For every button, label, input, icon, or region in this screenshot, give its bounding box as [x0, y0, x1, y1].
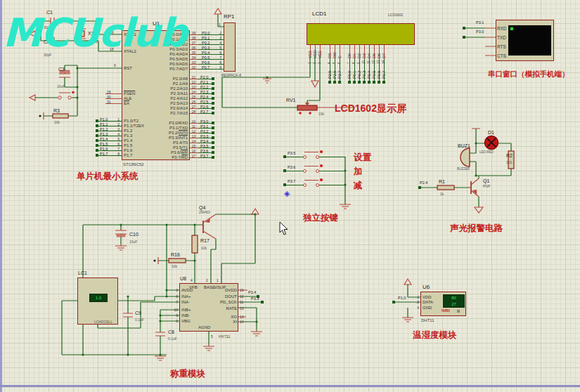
lcd-pin-column: D4 11 P0.4: [367, 45, 372, 86]
lcd-pin-number: 7: [348, 62, 352, 64]
resistor-r17[interactable]: [192, 235, 198, 253]
terminal-pins: RXD TXD RTS CTS: [497, 24, 507, 60]
net-label: P0.0: [202, 31, 210, 35]
resistor-r3[interactable]: [53, 114, 68, 118]
lcd-pin-column: VEE 3: [318, 45, 323, 86]
lcd-pin-number: 11: [368, 60, 371, 64]
proteus-schematic-canvas[interactable]: 1.0 80 27 %RH: [0, 0, 580, 392]
reset-button-terminal[interactable]: [58, 96, 61, 99]
net-label: P0.1: [353, 71, 357, 79]
dht11-pin-name: DATA: [423, 300, 439, 306]
net-label: P3.0: [200, 119, 208, 124]
loadcell-display: 1.0: [89, 294, 108, 302]
push-button-row[interactable]: P3.6 加: [283, 165, 396, 179]
hx711-pin-number: 2: [206, 279, 208, 282]
lcd-ctrl-pins: VSS 1 VDD 2 VEE 3: [308, 45, 323, 86]
button-terminal: [303, 155, 307, 159]
pot-rv1[interactable]: [297, 105, 317, 110]
net-label: P3.6: [200, 149, 208, 153]
lcd-pin-name: D1: [353, 53, 357, 58]
hx711-pin-number: 1: [217, 279, 219, 282]
net-terminal: [212, 136, 214, 139]
mcu-pin-name: P0.5/AD5: [127, 57, 188, 61]
mcu-pin-name: P3.6/WR: [127, 150, 188, 155]
net-terminal: [212, 77, 214, 80]
mcu-pin-name: P2.6/A14: [127, 106, 188, 110]
loadcell-body[interactable]: 1.0: [77, 277, 118, 325]
reset-button-terminal[interactable]: [68, 96, 71, 99]
dht11-pin-numbers: 124: [413, 294, 419, 311]
hx711-pin-name: AVDD: [181, 287, 202, 294]
net-label: P3.1: [200, 124, 208, 129]
net-label: P2.2: [200, 85, 208, 89]
resistor-ref: R16: [171, 252, 180, 257]
terminal-pin-name: RXD: [497, 24, 507, 33]
respack-pin-numbers: 2 3 4 5 6 7 8: [215, 32, 221, 72]
net-label: P1.5: [100, 142, 108, 146]
resistor-r1[interactable]: [437, 185, 454, 190]
hx711-pin-name: DVDD: [210, 287, 237, 294]
terminal-pin-name: RTS: [497, 42, 507, 51]
power-arrow-icon: [252, 209, 259, 214]
hx711-pin-name: DOUT: [210, 294, 237, 300]
net-terminal: [212, 112, 214, 115]
net-terminal: [382, 81, 385, 84]
push-button-row[interactable]: P3.7 减: [283, 179, 396, 193]
lcd-pin-name: D7: [382, 53, 387, 58]
dht11-temperature-value: 27: [444, 301, 464, 307]
cap-value: 10uF: [129, 240, 137, 244]
hx711-pin-number: 5: [211, 335, 213, 339]
mcu-pin-row: P3.5/T1 15 P3.5: [127, 145, 243, 150]
mcu-p2-pins: P2.0/A8 21 P2.0 P2.1/A9 22 P2.1 P2.2/A10…: [127, 77, 243, 116]
push-button-row[interactable]: P3.5 设置: [283, 151, 396, 165]
net-terminal: [212, 82, 214, 85]
mcu-pin-name: P3.1/TXD: [127, 126, 188, 130]
lcd-pin-number: 9: [358, 62, 361, 64]
lcd-pin-column: VSS 1: [308, 45, 313, 86]
pnp-emitter-arrow: [472, 190, 477, 195]
lcd-section-title: LCD1602显示屏: [335, 103, 406, 113]
net-terminal: [212, 131, 214, 134]
dht11-unit-label: %RH: [442, 309, 450, 313]
cap-value: 0.1uF: [135, 318, 144, 322]
net-label: P3.2: [200, 129, 208, 133]
button-actuator: [304, 180, 318, 181]
net-terminal: [212, 107, 214, 110]
hx711-pin-number: 12: [240, 294, 247, 300]
led-d1[interactable]: [485, 136, 498, 150]
lcd-pin-column: D3 10 P0.3: [362, 45, 367, 86]
net-label: P2.5: [200, 100, 208, 104]
lcd-pin-column: D5 12 P0.5: [372, 45, 377, 86]
watermark-logo: MCUclub: [3, 10, 186, 55]
cap-ref: C8: [168, 329, 174, 334]
mcu-pin-row: P2.2/A10 23 P2.2: [127, 86, 243, 91]
net-label: P2.6: [200, 105, 208, 109]
net-terminal: [328, 81, 331, 84]
net-label: P0.6: [378, 71, 382, 79]
hx711-pin-name: INB+: [181, 307, 202, 313]
resistor-ref: R17: [200, 238, 210, 243]
buzzer-buz1[interactable]: [460, 148, 470, 166]
lcd-pin-number: 3: [318, 62, 322, 64]
resistor-r16[interactable]: [169, 259, 186, 263]
net-terminal: [373, 81, 375, 84]
net-label: P0.7: [382, 71, 387, 79]
net-terminal: [212, 92, 214, 95]
net-label: P1.0: [398, 296, 406, 301]
reset-button-dot: [72, 91, 75, 94]
resistor-value: 300: [506, 161, 512, 164]
pot-ref: RV1: [286, 98, 296, 103]
net-label: P0.6: [202, 60, 210, 65]
lcd-pin-name: RW: [333, 52, 337, 58]
mcu-pin-number: 1: [112, 117, 120, 122]
hx711-right-pin-names: DVDDDOUTPD_SCKRATE: [210, 287, 237, 311]
hx711-pin-name: AGND: [198, 325, 210, 329]
dht11-pin-number: 2: [413, 300, 419, 306]
net-label: P1.3: [100, 132, 108, 136]
mcu-pin-number: 2: [112, 122, 120, 126]
lcd-pin-column: RS 4 P2.5: [328, 45, 333, 86]
dht11-ref: U6: [423, 285, 430, 290]
lcd1602-screen[interactable]: [307, 23, 415, 45]
net-label: P3.3: [251, 297, 259, 301]
net-terminal: [212, 97, 214, 100]
